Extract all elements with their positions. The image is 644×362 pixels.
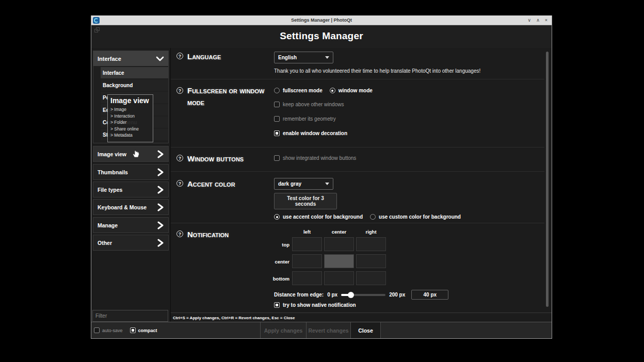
section-window-buttons: ? Window buttons show integrated window … [171,147,544,171]
chevron-right-icon [157,186,164,194]
chevron-right-icon [157,168,164,176]
distance-value-box[interactable]: 40 px [411,290,448,300]
tooltip-item: > Share online [110,126,150,133]
sidebar-item-thumbnails[interactable]: Thumbnails [93,164,169,180]
test-color-button[interactable]: Test color for 3 seconds [274,193,337,209]
window-title: Settings Manager | PhotoQt [91,18,552,23]
image-view-tooltip: Image view > Image > Interaction > Folde… [107,94,153,142]
notification-position-center-left[interactable] [292,254,322,268]
filter-input[interactable] [93,310,168,321]
tooltip-title: Image view [110,96,150,105]
notification-row-label-center: center [266,259,289,265]
fullscreen-mode-radio[interactable] [274,88,280,93]
compact-checkbox[interactable] [130,327,136,333]
notification-position-center-center[interactable] [324,254,354,268]
native-notification-checkbox[interactable] [274,302,280,308]
bottom-bar: auto-save compact Apply changes Revert c… [91,322,552,338]
notification-row-label-bottom: bottom [266,276,289,282]
dropdown-arrow-icon [325,183,329,185]
settings-content: ? Language English Thank you to all who … [171,48,552,322]
sidebar-item-keyboard-mouse[interactable]: Keyboard & Mouse [93,199,169,215]
popout-icon[interactable] [94,27,100,32]
tooltip-item: > Folder [110,119,150,126]
native-notification-row: try to show native notification [274,302,356,308]
sidebar-subitem-interface[interactable]: Interface [101,67,168,78]
section-title-language: Language [187,51,272,62]
keep-above-checkbox[interactable] [274,102,280,107]
chevron-right-icon [157,239,164,247]
notification-position-top-right[interactable] [356,237,386,251]
sidebar-item-other[interactable]: Other [93,235,169,251]
filter-box [92,310,168,322]
content-scrollbar[interactable] [546,52,549,307]
section-fullscreen-mode: ? Fullscreen or window mode fullscreen m… [171,79,544,147]
revert-changes-button[interactable]: Revert changes [306,322,350,338]
sidebar-item-interface[interactable]: Interface [93,51,168,66]
notification-position-top-left[interactable] [292,237,322,251]
accent-background-radio[interactable] [274,214,280,220]
integrated-window-buttons-checkbox[interactable] [274,155,280,161]
chevron-down-icon [156,56,164,62]
help-icon[interactable]: ? [176,87,183,94]
notification-position-bottom-right[interactable] [356,271,386,285]
notification-row-label-top: top [266,242,289,248]
header: Settings Manager [91,25,552,48]
chevron-right-icon [157,221,164,229]
apply-changes-button[interactable]: Apply changes [260,322,306,338]
help-icon[interactable]: ? [176,155,183,161]
notification-grid-column-headers: left center right [292,229,386,235]
sidebar-item-image-view[interactable]: Image view [93,146,169,162]
language-dropdown[interactable]: English [274,52,333,63]
language-note: Thank you to all who volunteered their t… [274,68,544,74]
maximize-icon[interactable]: ∧ [536,15,540,25]
chevron-right-icon [157,203,164,211]
section-accent-color: ? Accent color dark gray Test color for … [171,171,544,223]
section-language: ? Language English Thank you to all who … [171,48,544,79]
sidebar: Interface Interface Background Popout Ed… [91,48,171,322]
sidebar-subitem-background[interactable]: Background [101,79,168,91]
slider-handle[interactable] [348,292,354,298]
titlebar: Settings Manager | PhotoQt ∨ ∧ × [91,15,552,25]
distance-from-edge-row: Distance from edge: 0 px 200 px 40 px [274,290,448,300]
window-mode-radio[interactable] [330,88,335,93]
remember-geometry-checkbox[interactable] [274,116,280,122]
notification-position-center-right[interactable] [356,254,386,268]
dropdown-arrow-icon [325,56,329,59]
sidebar-item-manage[interactable]: Manage [93,217,169,233]
window-decoration-checkbox[interactable] [274,130,280,136]
help-icon[interactable]: ? [176,180,183,187]
close-button[interactable]: Close [350,322,381,338]
tooltip-item: > Metadata [110,132,150,139]
close-icon[interactable]: × [545,15,548,25]
accent-color-dropdown[interactable]: dark gray [274,178,333,190]
minimize-icon[interactable]: ∨ [528,15,532,25]
help-icon[interactable]: ? [176,53,183,59]
distance-slider[interactable] [341,292,385,298]
shortcut-hints: Ctrl+S = Apply changes, Ctrl+R = Revert … [171,312,552,322]
sidebar-item-file-types[interactable]: File types [93,182,169,198]
section-title-window-buttons: Window buttons [187,153,272,164]
help-icon[interactable]: ? [176,231,183,237]
section-title-notification: Notification [187,228,272,240]
page-title: Settings Manager [91,25,552,42]
section-title-fullscreen: Fullscreen or window mode [187,85,272,109]
autosave-checkbox[interactable] [94,327,100,333]
compact-option: compact [130,327,157,333]
tooltip-item: > Image [110,106,150,113]
section-title-accent-color: Accent color [187,178,272,190]
autosave-option: auto-save [94,327,123,333]
mouse-cursor-icon [133,150,140,161]
chevron-right-icon [157,150,164,158]
custom-background-radio[interactable] [370,214,376,220]
notification-position-bottom-left[interactable] [292,271,322,285]
settings-manager-window: Settings Manager | PhotoQt ∨ ∧ × Setting… [91,15,552,339]
notification-position-top-center[interactable] [324,237,354,251]
tooltip-item: > Interaction [110,113,150,120]
notification-position-bottom-center[interactable] [324,271,354,285]
